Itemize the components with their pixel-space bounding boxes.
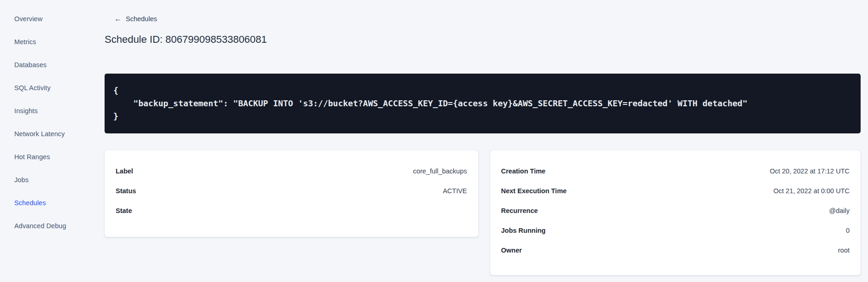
arrow-left-icon: ←: [114, 15, 122, 23]
detail-row-status: Status ACTIVE: [116, 181, 467, 201]
code-line: {: [113, 84, 853, 97]
row-label: Status: [116, 187, 136, 195]
timing-row-jobs-running: Jobs Running 0: [501, 220, 850, 240]
sidebar-item-databases[interactable]: Databases: [0, 53, 92, 76]
code-line: "backup_statement": "BACKUP INTO 's3://b…: [113, 97, 853, 110]
row-label: Label: [116, 167, 133, 175]
row-label: Recurrence: [501, 207, 538, 214]
row-label: Creation Time: [501, 167, 545, 175]
summary-cards: Label core_full_backups Status ACTIVE St…: [105, 150, 861, 275]
row-value: Oct 20, 2022 at 17:12 UTC: [770, 167, 850, 175]
back-to-schedules-link[interactable]: ← Schedules: [114, 15, 157, 23]
timing-row-recurrence: Recurrence @daily: [501, 201, 850, 220]
timing-row-next-execution-time: Next Execution Time Oct 21, 2022 at 0:00…: [501, 181, 850, 201]
timing-row-owner: Owner root: [501, 240, 850, 260]
sidebar-item-sql-activity[interactable]: SQL Activity: [0, 76, 92, 99]
main-content: ← Schedules Schedule ID: 806799098533806…: [92, 0, 868, 282]
row-label: Owner: [501, 247, 522, 254]
row-value: Oct 21, 2022 at 0:00 UTC: [774, 187, 850, 195]
row-value: core_full_backups: [413, 167, 467, 175]
sidebar-item-schedules[interactable]: Schedules: [0, 191, 92, 214]
page-title: Schedule ID: 806799098533806081: [105, 34, 861, 45]
sidebar-item-network-latency[interactable]: Network Latency: [0, 122, 92, 145]
row-value: 0: [846, 227, 850, 234]
row-label: Jobs Running: [501, 227, 546, 234]
sidebar-item-jobs[interactable]: Jobs: [0, 168, 92, 191]
code-line: }: [113, 110, 853, 123]
schedule-statement-code-block: { "backup_statement": "BACKUP INTO 's3:/…: [105, 74, 861, 133]
row-label: Next Execution Time: [501, 187, 567, 195]
row-label: State: [116, 207, 132, 214]
sidebar-item-hot-ranges[interactable]: Hot Ranges: [0, 145, 92, 168]
row-value: ACTIVE: [443, 187, 467, 195]
schedule-timing-card: Creation Time Oct 20, 2022 at 17:12 UTC …: [490, 150, 861, 275]
schedule-details-card: Label core_full_backups Status ACTIVE St…: [105, 150, 478, 237]
row-value: root: [838, 247, 850, 254]
page: Overview Metrics Databases SQL Activity …: [0, 0, 868, 282]
sidebar-item-metrics[interactable]: Metrics: [0, 30, 92, 53]
sidebar: Overview Metrics Databases SQL Activity …: [0, 0, 92, 282]
row-value: @daily: [829, 207, 850, 214]
back-link-label: Schedules: [126, 15, 157, 23]
detail-row-state: State: [116, 201, 467, 220]
sidebar-item-insights[interactable]: Insights: [0, 99, 92, 122]
timing-row-creation-time: Creation Time Oct 20, 2022 at 17:12 UTC: [501, 161, 850, 181]
sidebar-item-advanced-debug[interactable]: Advanced Debug: [0, 214, 92, 237]
detail-row-label: Label core_full_backups: [116, 161, 467, 181]
sidebar-item-overview[interactable]: Overview: [0, 7, 92, 30]
